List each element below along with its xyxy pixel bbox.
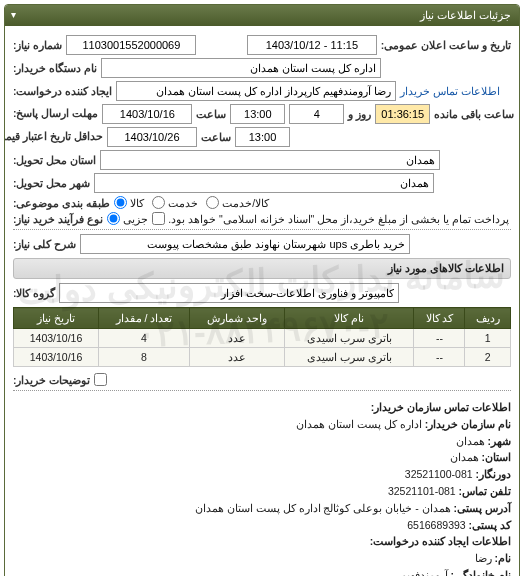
city-input[interactable] bbox=[94, 173, 434, 193]
time1-input[interactable] bbox=[230, 104, 285, 124]
contact-zip: 6516689393 bbox=[407, 519, 465, 531]
row-city: شهر محل تحویل: bbox=[13, 173, 511, 193]
contact-addr: همدان - خیابان بوعلی کوثالج اداره کل پست… bbox=[195, 502, 451, 514]
buyer-notes-check[interactable] bbox=[94, 373, 107, 386]
th-qty: تعداد / مقدار bbox=[99, 308, 190, 329]
buyer-org-label: نام دستگاه خریدار: bbox=[13, 62, 97, 74]
th-code: کد کالا bbox=[414, 308, 465, 329]
th-idx: ردیف bbox=[465, 308, 511, 329]
remain-label: روز و bbox=[348, 108, 371, 120]
buyer-notes-label: توضیحات خریدار: bbox=[13, 374, 90, 386]
th-name: نام کالا bbox=[284, 308, 414, 329]
remain-days-input bbox=[289, 104, 344, 124]
buyer-contact-link[interactable]: اطلاعات تماس خریدار bbox=[400, 85, 500, 97]
need-desc-label: شرح کلی نیاز: bbox=[13, 238, 76, 250]
contact-fname: رضا bbox=[475, 552, 492, 564]
time1-label: ساعت bbox=[196, 108, 226, 120]
goods-group-input[interactable] bbox=[59, 283, 399, 303]
panel-header[interactable]: جزئیات اطلاعات نیاز ▾ bbox=[5, 5, 519, 26]
announce-label: تاریخ و ساعت اعلان عمومی: bbox=[381, 39, 511, 51]
collapse-icon[interactable]: ▾ bbox=[11, 9, 16, 20]
row-process: پرداخت تمام یا بخشی از مبلغ خرید،از محل … bbox=[13, 212, 511, 225]
contact-zip-label: کد پستی: bbox=[469, 519, 511, 531]
state-label: استان محل تحویل: bbox=[13, 154, 96, 166]
table-row: 1 -- باتری سرب اسیدی عدد 4 1403/10/16 bbox=[14, 329, 511, 348]
time2-input[interactable] bbox=[235, 127, 290, 147]
contact-addr-label: آدرس پستی: bbox=[454, 502, 511, 514]
city-label: شهر محل تحویل: bbox=[13, 177, 90, 189]
row-category: کالا/خدمت خدمت کالا طبقه بندی موضوعی: bbox=[13, 196, 511, 209]
remain-time-input bbox=[375, 104, 430, 124]
panel-title: جزئیات اطلاعات نیاز bbox=[420, 9, 511, 21]
contact-province-label: استان: bbox=[482, 451, 512, 463]
contact-title: اطلاعات تماس سازمان خریدار: bbox=[371, 401, 511, 413]
process-note-check[interactable]: پرداخت تمام یا بخشی از مبلغ خرید،از محل … bbox=[152, 212, 508, 225]
goods-table: ردیف کد کالا نام کالا واحد شمارش تعداد /… bbox=[13, 307, 511, 367]
process-label: نوع فرآیند خرید نیاز: bbox=[13, 213, 103, 225]
contact-org-label: نام سازمان خریدار: bbox=[425, 418, 511, 430]
separator bbox=[13, 229, 511, 230]
row-deadline-1: ساعت باقی مانده روز و ساعت مهلت ارسال پا… bbox=[13, 104, 511, 124]
contact-province: همدان bbox=[450, 451, 479, 463]
row-need-no: تاریخ و ساعت اعلان عمومی: شماره نیاز: bbox=[13, 35, 511, 55]
contact-city-label: شهر: bbox=[488, 435, 512, 447]
category-label: طبقه بندی موضوعی: bbox=[13, 197, 110, 209]
row-creator: اطلاعات تماس خریدار ایجاد کننده درخواست: bbox=[13, 81, 511, 101]
separator-2 bbox=[13, 390, 511, 391]
need-details-panel: جزئیات اطلاعات نیاز ▾ تاریخ و ساعت اعلان… bbox=[4, 4, 520, 576]
th-date: تاریخ نیاز bbox=[14, 308, 99, 329]
radio-goods[interactable]: کالا bbox=[114, 196, 144, 209]
category-radio-group: کالا/خدمت خدمت کالا bbox=[114, 196, 269, 209]
row-state: استان محل تحویل: bbox=[13, 150, 511, 170]
row-deadline-2: ساعت حداقل تاریخ اعتبار قیمت: تا تاریخ: bbox=[13, 127, 511, 147]
contact-fax-label: دورنگار: bbox=[476, 468, 512, 480]
answer-deadline-label: مهلت ارسال پاسخ: bbox=[13, 108, 98, 120]
radio-service[interactable]: خدمت bbox=[152, 196, 198, 209]
creator-input[interactable] bbox=[116, 81, 396, 101]
contact-fax: 081-32521100 bbox=[405, 468, 473, 480]
state-input[interactable] bbox=[100, 150, 440, 170]
row-buyer-org: نام دستگاه خریدار: bbox=[13, 58, 511, 78]
creator-label: ایجاد کننده درخواست: bbox=[13, 85, 112, 97]
radio-both[interactable]: کالا/خدمت bbox=[206, 196, 269, 209]
need-desc-input[interactable] bbox=[80, 234, 410, 254]
contact-phone-label: تلفن تماس: bbox=[459, 485, 511, 497]
goods-group-label: گروه کالا: bbox=[13, 287, 55, 299]
req-creator-title: اطلاعات ایجاد کننده درخواست: bbox=[370, 535, 511, 547]
row-buyer-notes: توضیحات خریدار: bbox=[13, 373, 511, 386]
time2-label: ساعت bbox=[201, 131, 231, 143]
need-no-input[interactable] bbox=[66, 35, 196, 55]
contact-lname-label: نام خانوادگی: bbox=[451, 569, 511, 576]
th-unit: واحد شمارش bbox=[189, 308, 284, 329]
announce-input[interactable] bbox=[247, 35, 377, 55]
contact-fname-label: نام: bbox=[495, 552, 512, 564]
buyer-org-input[interactable] bbox=[101, 58, 381, 78]
radio-partial[interactable]: جزیی bbox=[107, 212, 148, 225]
table-row: 2 -- باتری سرب اسیدی عدد 8 1403/10/16 bbox=[14, 348, 511, 367]
contact-org: اداره کل پست استان همدان bbox=[296, 418, 422, 430]
need-no-label: شماره نیاز: bbox=[13, 39, 62, 51]
date1-input[interactable] bbox=[102, 104, 192, 124]
credit-deadline-label: حداقل تاریخ اعتبار قیمت: تا تاریخ: bbox=[13, 131, 103, 143]
remain-suffix: ساعت باقی مانده bbox=[434, 108, 514, 120]
date2-input[interactable] bbox=[107, 127, 197, 147]
row-goods-group: گروه کالا: bbox=[13, 283, 511, 303]
panel-body: تاریخ و ساعت اعلان عمومی: شماره نیاز: نا… bbox=[5, 26, 519, 576]
contact-block: اطلاعات تماس سازمان خریدار: نام سازمان خ… bbox=[13, 395, 511, 576]
row-need-desc: شرح کلی نیاز: bbox=[13, 234, 511, 254]
goods-info-bar: اطلاعات کالاهای مورد نیاز bbox=[13, 258, 511, 279]
contact-city: همدان bbox=[456, 435, 485, 447]
table-header-row: ردیف کد کالا نام کالا واحد شمارش تعداد /… bbox=[14, 308, 511, 329]
contact-lname: آرومندفهیم bbox=[400, 569, 448, 576]
contact-phone: 081-32521101 bbox=[388, 485, 456, 497]
